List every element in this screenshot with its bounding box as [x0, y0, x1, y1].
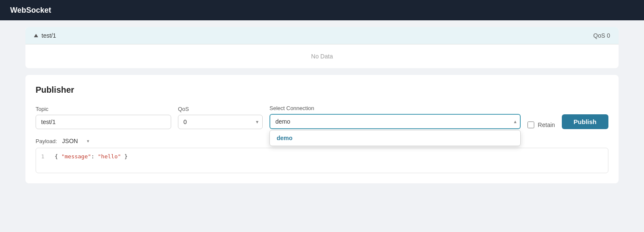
topic-label: Topic: [36, 106, 171, 112]
expand-icon[interactable]: [34, 34, 38, 37]
qos-label: QoS: [178, 106, 263, 112]
connection-select-wrapper: ▴ demo: [269, 114, 521, 129]
no-data-text: No Data: [311, 53, 333, 60]
payload-label: Payload:: [36, 138, 57, 144]
publisher-form-row: Topic QoS 0 1 2 ▾ Select Connection: [36, 105, 608, 129]
publisher-card: Publisher Topic QoS 0 1 2 ▾: [25, 75, 619, 183]
retain-group: Retain: [527, 122, 555, 129]
topic-input[interactable]: [36, 115, 171, 129]
qos-group: QoS 0 1 2 ▾: [178, 106, 263, 129]
qos-select-wrapper: 0 1 2 ▾: [178, 115, 263, 129]
navbar: WebSocket: [0, 0, 644, 20]
subscriber-topic-value: test/1: [42, 32, 56, 39]
subscriber-card: test/1 QoS 0 No Data: [25, 27, 619, 68]
payload-type-wrapper: JSON Text Hex Base64 ▾: [62, 138, 89, 144]
subscriber-topic: test/1: [34, 32, 56, 39]
qos-select[interactable]: 0 1 2: [178, 115, 263, 129]
subscriber-row: test/1 QoS 0: [25, 27, 619, 44]
dropdown-item-demo[interactable]: demo: [270, 130, 520, 146]
publisher-title: Publisher: [36, 85, 608, 95]
retain-label: Retain: [538, 122, 555, 128]
subscriber-qos-label: QoS 0: [593, 32, 610, 39]
connection-label: Select Connection: [269, 105, 521, 111]
app-title: WebSocket: [10, 6, 51, 15]
publish-button[interactable]: Publish: [562, 114, 608, 129]
line-numbers: 1: [41, 153, 48, 168]
no-data-area: No Data: [25, 44, 619, 68]
code-editor[interactable]: 1 { "message": "hello" }: [36, 148, 608, 173]
connection-input[interactable]: [269, 114, 521, 129]
connection-group: Select Connection ▴ demo: [269, 105, 521, 129]
code-content: { "message": "hello" }: [55, 153, 128, 168]
connection-dropdown: demo: [269, 130, 521, 146]
payload-type-select[interactable]: JSON Text Hex Base64: [62, 138, 89, 144]
retain-checkbox[interactable]: [527, 122, 534, 128]
topic-group: Topic: [36, 106, 171, 129]
main-content: test/1 QoS 0 No Data Publisher Topic QoS…: [0, 20, 644, 183]
